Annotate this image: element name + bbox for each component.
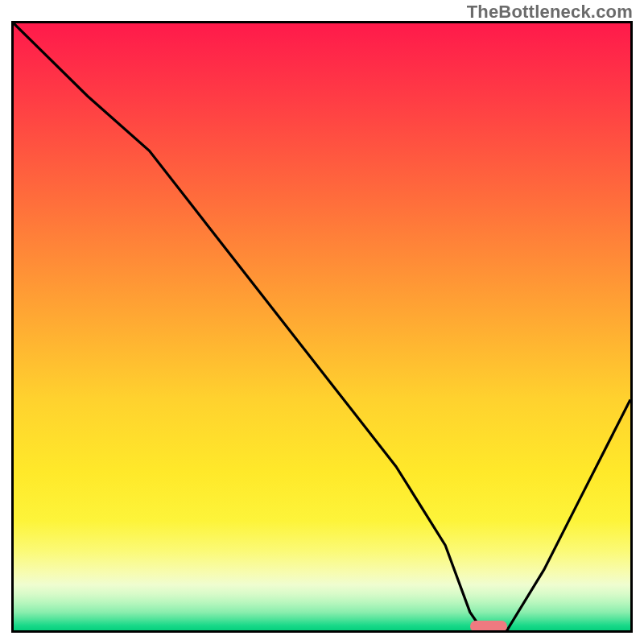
bottleneck-curve xyxy=(14,23,630,630)
optimal-range-marker xyxy=(470,621,507,632)
watermark-text: TheBottleneck.com xyxy=(467,2,633,23)
chart-frame: TheBottleneck.com xyxy=(0,0,644,644)
plot-area xyxy=(11,21,633,633)
